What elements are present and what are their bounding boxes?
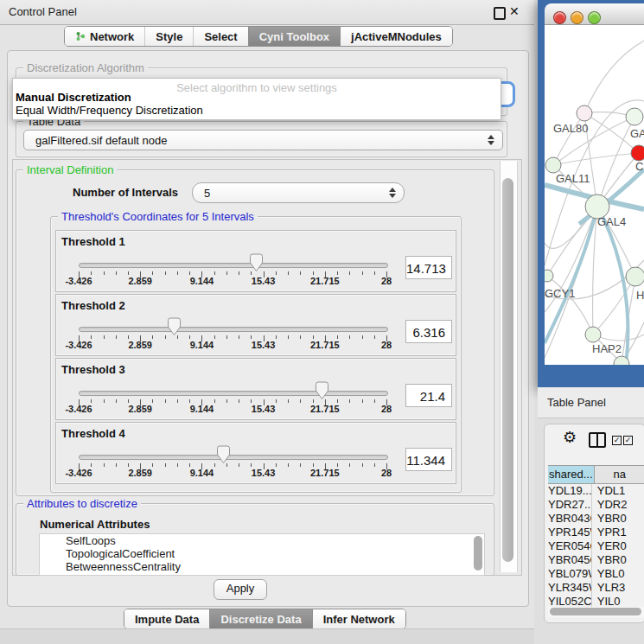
numerical-attributes-label: Numerical Attributes	[40, 518, 150, 531]
checkbox-icon[interactable]: ✓	[612, 436, 622, 445]
slider-handle[interactable]	[216, 445, 231, 464]
table-row[interactable]: YDR27...YDR2	[548, 498, 644, 512]
network-window-titlebar[interactable]	[545, 3, 644, 25]
tick-mark	[165, 463, 166, 467]
table-panel-header: Table Panel	[538, 387, 644, 418]
network-edge[interactable]	[584, 41, 644, 113]
table-row[interactable]: YBR043CYBR0	[548, 512, 644, 526]
network-edge-thick[interactable]	[597, 207, 628, 365]
attribute-list-item[interactable]: SelfLoops	[40, 534, 484, 547]
network-edge[interactable]	[553, 153, 639, 165]
columns-icon[interactable]	[589, 432, 606, 448]
threshold-label: Threshold 4	[61, 427, 125, 440]
network-node[interactable]	[545, 157, 561, 173]
panel-scrollbar[interactable]	[500, 161, 518, 572]
tick-mark	[116, 399, 117, 403]
dropdown-item[interactable]: Equal Width/Frequency Discretization	[16, 104, 203, 117]
table-row[interactable]: YPR145WYPR1	[548, 526, 644, 539]
numerical-attributes-list[interactable]: SelfLoopsTopologicalCoefficientBetweenne…	[39, 533, 485, 576]
tick-mark	[313, 463, 314, 467]
network-canvas[interactable]: GAL80GACGAL11GAL4GCY1HHAP2	[545, 25, 644, 365]
tick-mark	[177, 335, 178, 339]
node-label: HAP2	[592, 342, 622, 355]
tick-mark	[165, 399, 166, 403]
tick-label: -3.426	[57, 404, 100, 414]
screen: Control Panel ✕ NetworkStyleSelectCyni T…	[0, 0, 644, 644]
group-title: Discretization Algorithm	[23, 61, 148, 74]
table-cell: YDR2	[592, 498, 644, 512]
tick-mark	[362, 463, 363, 467]
column-header[interactable]: shared...	[548, 466, 595, 483]
tab-style[interactable]: Style	[144, 27, 193, 46]
group-title: Threshold's Coordinates for 5 Intervals	[58, 210, 258, 223]
tab-label: Select	[204, 30, 237, 43]
column-header[interactable]: na	[595, 466, 644, 483]
tab-infer-network[interactable]: Infer Network	[312, 609, 405, 628]
threshold-value-field[interactable]: 14.713	[405, 256, 452, 279]
apply-button[interactable]: Apply	[214, 579, 267, 600]
table-row[interactable]: YLR345WYLR3	[548, 581, 644, 595]
network-node[interactable]	[577, 105, 592, 121]
num-intervals-combobox[interactable]: 5	[192, 182, 405, 203]
threshold-value-field[interactable]: 6.316	[405, 320, 452, 343]
network-node[interactable]	[626, 267, 644, 286]
slider-handle[interactable]	[249, 253, 264, 272]
slider-track[interactable]	[79, 327, 388, 332]
dropdown-item[interactable]: Manual Discretization	[16, 91, 131, 104]
attribute-list-item[interactable]: TopologicalCoefficient	[40, 547, 484, 560]
tab-select[interactable]: Select	[193, 27, 247, 46]
table-cell: YLR3	[592, 581, 644, 595]
panel-title: Control Panel	[9, 5, 77, 18]
network-node[interactable]	[626, 108, 643, 125]
network-node[interactable]	[585, 327, 601, 342]
threshold-value-field[interactable]: 21.4	[405, 384, 452, 407]
network-node[interactable]	[545, 270, 553, 282]
tick-label: 9.144	[180, 276, 223, 286]
table-row[interactable]: YDL19...YDL1	[548, 484, 644, 498]
tick-mark	[177, 399, 178, 403]
table-cell: YDL19...	[548, 484, 592, 498]
threshold-value-field[interactable]: 11.344	[405, 448, 452, 471]
table-cell: YLR345W	[548, 581, 592, 595]
table-row[interactable]: YER054CYER0	[548, 539, 644, 553]
table-hscrollbar[interactable]	[548, 607, 644, 617]
float-icon[interactable]	[494, 7, 506, 20]
tick-mark	[239, 271, 239, 275]
network-node[interactable]	[631, 145, 644, 161]
tab-network[interactable]: Network	[65, 27, 144, 46]
tick-mark	[374, 463, 375, 467]
tick-label: 2.859	[118, 276, 162, 286]
table-row[interactable]: YBR045CYBR0	[548, 553, 644, 567]
slider-handle[interactable]	[167, 317, 182, 336]
table-panel-title: Table Panel	[547, 396, 606, 409]
tab-jactivemnodules[interactable]: jActiveMNodules	[340, 27, 452, 46]
network-edge[interactable]	[553, 113, 584, 165]
tick-mark	[165, 335, 166, 339]
zoom-traffic-light[interactable]	[588, 11, 601, 24]
slider-handle[interactable]	[315, 381, 329, 400]
tab-impute-data[interactable]: Impute Data	[124, 609, 209, 628]
slider-track[interactable]	[79, 263, 388, 268]
tab-discretize-data[interactable]: Discretize Data	[209, 609, 311, 628]
checkbox-icon[interactable]: ✓	[623, 436, 633, 445]
tab-label: Style	[156, 30, 182, 43]
minimize-traffic-light[interactable]	[571, 11, 583, 24]
thresholds-container: Threshold 1-3.4262.8599.14415.4321.71528…	[55, 230, 455, 486]
tick-mark	[214, 399, 215, 403]
gear-icon[interactable]: ⚙	[563, 428, 577, 447]
threshold-panel: Threshold 4-3.4262.8599.14415.4321.71528…	[55, 422, 456, 484]
tick-mark	[91, 271, 92, 275]
node-label: GAL4	[597, 215, 626, 228]
attribute-list-item[interactable]: BetweennessCentrality	[40, 560, 484, 573]
scrollbar-thumb[interactable]	[550, 608, 641, 615]
tab-cyni-toolbox[interactable]: Cyni Toolbox	[248, 27, 340, 46]
slider-track[interactable]	[79, 391, 388, 396]
list-scrollbar[interactable]	[474, 536, 482, 571]
table-row[interactable]: YBL079WYBL0	[548, 567, 644, 581]
close-icon[interactable]: ✕	[509, 4, 520, 18]
scrollbar-thumb[interactable]	[502, 178, 513, 562]
table-data-combobox[interactable]: galFiltered.sif default node	[23, 130, 503, 150]
close-traffic-light[interactable]	[553, 11, 566, 24]
threshold-label: Threshold 3	[61, 363, 125, 376]
slider-track[interactable]	[79, 455, 388, 460]
